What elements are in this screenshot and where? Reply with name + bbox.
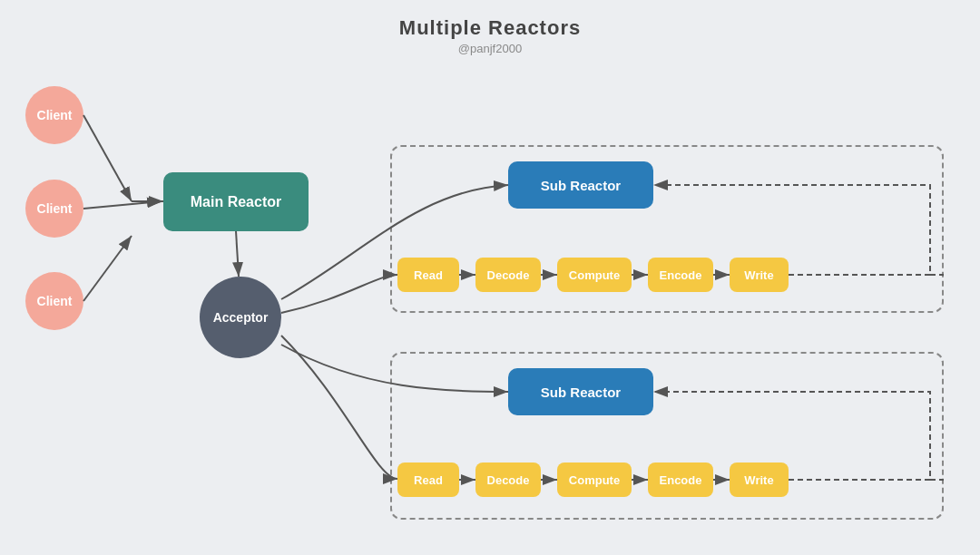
svg-line-5 xyxy=(83,236,132,301)
pipeline-bottom-encode: Encode xyxy=(648,462,713,497)
client-1: Client xyxy=(25,86,83,144)
pipeline-bottom-decode: Decode xyxy=(475,462,541,497)
svg-line-7 xyxy=(236,231,239,277)
pipeline-bottom-read: Read xyxy=(397,462,459,497)
pipeline-top-write: Write xyxy=(730,258,789,292)
main-reactor-box: Main Reactor xyxy=(163,172,309,231)
svg-line-4 xyxy=(83,201,162,209)
client-3: Client xyxy=(25,272,83,330)
pipeline-bottom-compute: Compute xyxy=(557,462,632,497)
pipeline-top-compute: Compute xyxy=(557,258,632,292)
pipeline-top-encode: Encode xyxy=(648,258,713,292)
sub-reactor-bottom: Sub Reactor xyxy=(508,368,653,415)
title-area: Multiple Reactors @panjf2000 xyxy=(0,0,980,55)
pipeline-top-read: Read xyxy=(397,258,459,292)
acceptor-circle: Acceptor xyxy=(200,277,281,358)
diagram-container: Multiple Reactors @panjf2000 Client Clie… xyxy=(0,0,980,555)
sub-reactor-top: Sub Reactor xyxy=(508,161,653,209)
pipeline-bottom-write: Write xyxy=(730,462,789,497)
pipeline-top-decode: Decode xyxy=(475,258,541,292)
client-2: Client xyxy=(25,180,83,238)
svg-line-3 xyxy=(83,115,132,201)
main-title: Multiple Reactors xyxy=(0,16,980,40)
subtitle: @panjf2000 xyxy=(0,42,980,55)
